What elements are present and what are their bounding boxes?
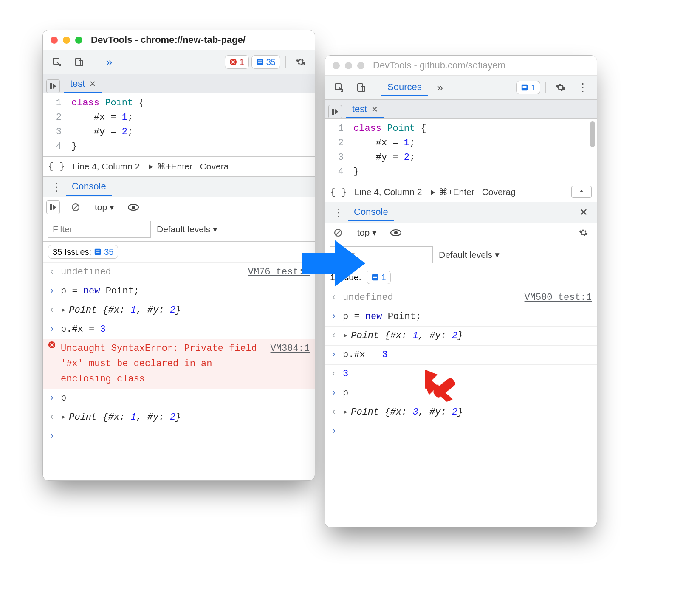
device-toggle-icon[interactable] [69,55,89,69]
coverage-tab[interactable]: Covera [200,161,229,172]
drawer-tabs: ⋯ Console [43,177,315,197]
minimize-dot[interactable] [345,62,352,69]
live-expression-icon[interactable] [124,200,143,214]
minimize-dot[interactable] [63,37,70,44]
sidebar-toggle-icon[interactable] [46,200,60,214]
device-toggle-icon[interactable] [351,80,371,95]
collapse-icon[interactable] [571,186,592,198]
separator [285,56,286,68]
console-output[interactable]: Point {#x: 3, #y: 2} [325,403,597,422]
zoom-dot[interactable] [357,62,364,69]
context-selector[interactable]: top ▾ [355,228,379,238]
source-tab-test[interactable]: test ✕ [346,101,384,118]
console-filter-row: Default levels ▾ [43,217,315,242]
pretty-print-icon[interactable]: { } [330,187,347,197]
console-input[interactable]: p.#x = 3 [325,346,597,365]
clear-console-icon[interactable] [66,200,85,214]
run-snippet-icon[interactable] [328,105,342,118]
inspect-icon[interactable] [329,80,349,95]
console-error[interactable]: Uncaught SyntaxError: Private field '#x'… [43,339,315,389]
sources-tabstrip: test ✕ [325,100,597,119]
close-icon[interactable]: ✕ [89,79,96,89]
titlebar[interactable]: DevTools - github.com/sofiayem [325,56,597,76]
more-tabs-icon[interactable]: » [430,80,450,95]
issues-row[interactable]: 1 Issue: 1 [325,267,597,288]
window-title: DevTools - github.com/sofiayem [373,60,505,71]
window-title: DevTools - chrome://new-tab-page/ [91,34,246,45]
code-content[interactable]: class Point { #x = 1; #y = 2; } [66,93,150,156]
close-dot[interactable] [333,62,340,69]
scrollbar[interactable] [590,121,595,147]
kebab-icon[interactable]: ⋮ [573,80,593,95]
svg-rect-21 [522,87,526,88]
pretty-print-icon[interactable]: { } [48,161,65,172]
gear-icon[interactable] [574,226,593,240]
log-levels-selector[interactable]: Default levels ▾ [157,224,217,234]
issues-badge[interactable]: 1 [516,81,540,94]
console-output[interactable]: undefinedVM580 test:1 [325,288,597,307]
console-output[interactable]: Point {#x: 1, #y: 2} [43,301,315,320]
svg-rect-17 [358,84,363,91]
tab-label: Console [72,181,106,192]
inspect-icon[interactable] [47,55,67,69]
editor-statusbar: { } Line 4, Column 2 ⌘+Enter Coverag [325,182,597,202]
tab-sources[interactable]: Sources [381,79,428,96]
devtools-window-left: DevTools - chrome://new-tab-page/ » 1 35 [42,30,315,481]
gear-icon[interactable] [551,80,570,95]
window-controls[interactable] [333,62,364,69]
context-selector[interactable]: top ▾ [92,202,117,212]
error-badge[interactable]: 1 [225,55,249,69]
svg-rect-28 [373,277,377,278]
code-editor[interactable]: 1234 class Point { #x = 1; #y = 2; } [43,93,315,156]
console-output[interactable]: Point {#x: 1, #y: 2} [43,408,315,427]
separator [376,82,376,93]
run-hint[interactable]: ⌘+Enter [429,187,474,197]
console-input[interactable]: p = new Point; [325,307,597,327]
console-input[interactable]: p [43,389,315,408]
drawer-tab-console[interactable]: Console [66,178,112,196]
run-snippet-icon[interactable] [46,79,60,93]
console-prompt[interactable] [43,427,315,446]
separator [94,56,94,68]
live-expression-icon[interactable] [386,226,406,240]
console-prompt[interactable] [325,422,597,441]
close-dot[interactable] [51,37,58,44]
kebab-icon[interactable]: ⋯ [50,177,63,197]
gear-icon[interactable] [291,55,310,69]
svg-rect-8 [50,204,52,210]
svg-point-11 [132,206,135,209]
console-log[interactable]: undefinedVM76 test:1 p = new Point; Poin… [43,262,315,446]
main-toolbar: » 1 35 [43,50,315,74]
issues-label: 35 Issues: [53,247,91,257]
code-content[interactable]: class Point { #x = 1; #y = 2; } [348,119,432,182]
code-editor[interactable]: 1234 class Point { #x = 1; #y = 2; } [325,119,597,182]
source-link[interactable]: VM384:1 [271,341,310,356]
console-input[interactable]: p.#x = 3 [43,320,315,339]
close-drawer-icon[interactable]: ✕ [574,205,593,220]
issues-row[interactable]: 35 Issues: 35 [43,242,315,262]
filter-input[interactable] [48,221,151,238]
console-output[interactable]: undefinedVM76 test:1 [43,263,315,282]
source-link[interactable]: VM76 test:1 [248,265,310,280]
issues-badge[interactable]: 35 [251,55,280,69]
window-controls[interactable] [51,37,82,44]
console-input[interactable]: p = new Point; [43,282,315,301]
more-tabs-icon[interactable]: » [99,55,119,69]
console-log[interactable]: undefinedVM580 test:1 p = new Point; Poi… [325,288,597,441]
line-gutter: 1234 [43,93,66,156]
titlebar[interactable]: DevTools - chrome://new-tab-page/ [43,30,315,50]
console-output[interactable]: Point {#x: 1, #y: 2} [325,327,597,346]
svg-rect-20 [522,86,526,87]
coverage-tab[interactable]: Coverag [482,187,516,197]
kebab-icon[interactable]: ⋯ [332,203,345,222]
source-link[interactable]: VM580 test:1 [525,290,592,305]
error-count: 1 [240,57,244,67]
log-levels-selector[interactable]: Default levels ▾ [439,250,500,260]
source-tab-test[interactable]: test ✕ [64,76,102,93]
issues-count: 35 [104,247,113,257]
zoom-dot[interactable] [75,37,82,44]
close-icon[interactable]: ✕ [371,104,378,114]
drawer-tab-console[interactable]: Console [348,204,394,221]
chevron-down-icon: ▾ [213,224,217,234]
run-hint[interactable]: ⌘+Enter [147,161,192,172]
